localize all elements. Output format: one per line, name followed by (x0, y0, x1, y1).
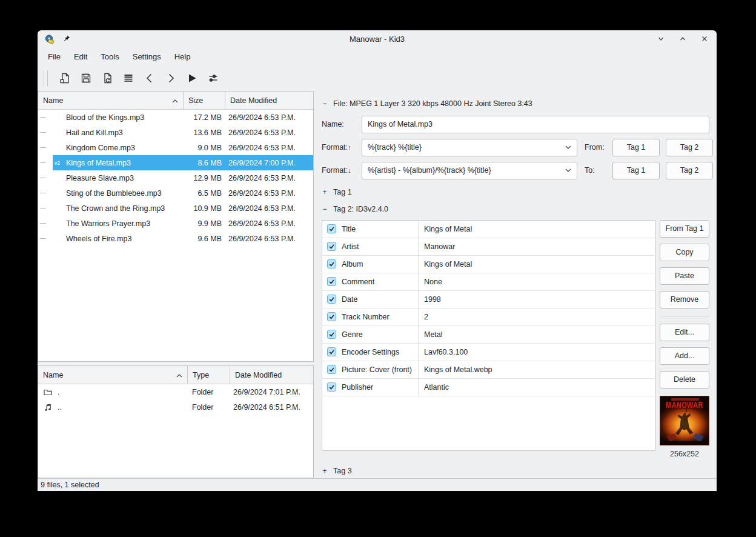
collapse-icon[interactable]: − (322, 205, 328, 213)
tag-frame-row[interactable]: Picture: Cover (front) Kings of Metal.we… (322, 361, 655, 379)
tag1-section-header[interactable]: + Tag 1 (322, 185, 709, 199)
menu-item[interactable]: Edit (67, 50, 94, 64)
close-icon[interactable] (700, 34, 709, 44)
toolbar-drag-handle[interactable] (44, 70, 48, 86)
edit-button[interactable]: Edit... (660, 324, 709, 341)
file-column-size[interactable]: Size (183, 92, 225, 109)
file-size: 9.9 MB (183, 219, 225, 228)
tag-frame-row[interactable]: Comment None (322, 273, 655, 291)
frame-value[interactable]: 2 (418, 309, 655, 325)
sort-ascending-icon (172, 96, 178, 105)
to-tag1-target-button[interactable]: Tag 1 (612, 162, 660, 179)
tree-branch-icon (38, 231, 53, 246)
frame-value[interactable]: Kings of Metal (418, 221, 655, 238)
frame-value[interactable]: Atlantic (418, 379, 655, 396)
music-note-icon (43, 402, 53, 412)
frame-checkbox[interactable] (327, 330, 336, 339)
frame-checkbox[interactable] (327, 295, 336, 304)
frame-checkbox[interactable] (327, 242, 336, 251)
previous-file-icon[interactable] (141, 69, 159, 87)
to-tag2-target-button[interactable]: Tag 2 (666, 162, 713, 179)
tag3-section-header[interactable]: + Tag 3 (322, 464, 709, 478)
frame-checkbox[interactable] (327, 365, 336, 374)
file-row[interactable]: Blood of the Kings.mp3 17.2 MB 26/9/2024… (38, 110, 313, 125)
tag-frame-row[interactable]: Date 1998 (322, 291, 655, 309)
frame-value[interactable]: None (418, 273, 655, 290)
frame-value[interactable]: Kings of Metal (418, 256, 655, 273)
configure-icon[interactable] (204, 69, 222, 87)
titlebar[interactable]: Manowar - Kid3 (38, 30, 717, 47)
frame-checkbox[interactable] (327, 382, 336, 392)
file-row[interactable]: Sting of the Bumblebee.mp3 6.5 MB 26/9/2… (38, 185, 313, 201)
collapse-icon[interactable]: − (322, 99, 328, 108)
revert-icon[interactable] (98, 69, 116, 87)
frame-checkbox[interactable] (327, 347, 336, 356)
file-list-panel: Name Size Date Modified (38, 91, 314, 362)
tag2-section-header[interactable]: − Tag 2: ID3v2.4.0 (322, 202, 709, 216)
file-row[interactable]: Wheels of Fire.mp3 9.6 MB 26/9/2024 6:53… (38, 231, 313, 246)
file-row[interactable]: Kingdom Come.mp3 9.0 MB 26/9/2024 6:53 P… (38, 140, 313, 155)
from-tag1-source-button[interactable]: Tag 1 (612, 139, 660, 156)
frame-value[interactable]: 1998 (418, 291, 655, 308)
file-row[interactable]: Pleasure Slave.mp3 12.9 MB 26/9/2024 6:5… (38, 170, 313, 185)
expand-icon[interactable]: + (322, 467, 328, 475)
file-row[interactable]: The Warriors Prayer.mp3 9.9 MB 26/9/2024… (38, 216, 313, 231)
album-art-dimensions: 256x252 (660, 450, 709, 458)
save-icon[interactable] (77, 69, 95, 87)
minimize-icon[interactable] (656, 34, 666, 44)
file-date: 26/9/2024 6:53 P.M. (225, 235, 313, 243)
from-tag1-button[interactable]: From Tag 1 (660, 220, 709, 238)
frame-value[interactable]: Manowar (418, 238, 655, 255)
menu-item[interactable]: Help (168, 50, 197, 64)
album-art-thumbnail[interactable]: MANOWAR (660, 396, 709, 445)
menu-item[interactable]: Tools (94, 50, 125, 64)
tag-frame-row[interactable]: Artist Manowar (322, 238, 655, 256)
frame-checkbox[interactable] (327, 259, 336, 268)
next-file-icon[interactable] (162, 69, 180, 87)
folder-row[interactable]: . Folder 26/9/2024 7:01 P.M. (38, 384, 313, 399)
frame-label: Encoder Settings (342, 348, 399, 356)
format-up-combobox[interactable]: %{track} %{title} (362, 139, 577, 156)
frame-checkbox[interactable] (327, 277, 336, 286)
folder-column-type[interactable]: Type (187, 366, 230, 384)
tag-frame-row[interactable]: Genre Metal (322, 326, 655, 344)
remove-button[interactable]: Remove (660, 291, 709, 309)
delete-button[interactable]: Delete (660, 371, 709, 389)
file-info-section[interactable]: − File: MPEG 1 Layer 3 320 kbps 48000 Hz… (322, 97, 709, 110)
expand-icon[interactable]: + (322, 188, 328, 196)
file-row[interactable]: The Crown and the Ring.mp3 10.9 MB 26/9/… (38, 201, 313, 216)
folder-name: .. (58, 403, 62, 412)
play-icon[interactable] (183, 69, 201, 87)
tree-branch-icon (38, 140, 53, 155)
menu-item[interactable]: File (41, 50, 67, 64)
select-all-icon[interactable] (119, 69, 138, 87)
file-row[interactable]: v2 Kings of Metal.mp3 8.6 MB 26/9/2024 7… (38, 155, 313, 170)
tag-frame-row[interactable]: Album Kings of Metal (322, 256, 655, 273)
pin-icon[interactable] (62, 35, 71, 43)
filename-label: Name: (322, 120, 362, 128)
format-down-combobox[interactable]: %{artist} - %{album}/%{track} %{title} (362, 162, 577, 179)
frame-value[interactable]: Lavf60.3.100 (418, 344, 655, 361)
frame-value[interactable]: Kings of Metal.webp (418, 361, 655, 378)
tag-frame-row[interactable]: Encoder Settings Lavf60.3.100 (322, 344, 655, 361)
copy-button[interactable]: Copy (660, 244, 709, 261)
menu-item[interactable]: Settings (126, 50, 168, 64)
folder-column-name[interactable]: Name (38, 366, 187, 384)
folder-column-date[interactable]: Date Modified (230, 366, 313, 384)
file-row[interactable]: Hail and Kill.mp3 13.6 MB 26/9/2024 6:53… (38, 125, 313, 140)
filename-input[interactable] (362, 116, 709, 133)
file-column-date[interactable]: Date Modified (225, 92, 313, 109)
tag-frame-row[interactable]: Publisher Atlantic (322, 379, 655, 396)
tag-frame-row[interactable]: Track Number 2 (322, 309, 655, 326)
frame-checkbox[interactable] (327, 224, 336, 233)
from-tag2-source-button[interactable]: Tag 2 (666, 139, 713, 156)
open-file-icon[interactable] (56, 69, 74, 87)
maximize-icon[interactable] (678, 34, 688, 44)
file-column-name[interactable]: Name (38, 92, 183, 109)
tag-frame-row[interactable]: Title Kings of Metal (322, 221, 655, 238)
frame-value[interactable]: Metal (418, 326, 655, 343)
add-button[interactable]: Add... (660, 347, 709, 365)
folder-row[interactable]: .. Folder 26/9/2024 6:51 P.M. (38, 399, 313, 415)
paste-button[interactable]: Paste (660, 267, 709, 285)
frame-checkbox[interactable] (327, 312, 336, 321)
